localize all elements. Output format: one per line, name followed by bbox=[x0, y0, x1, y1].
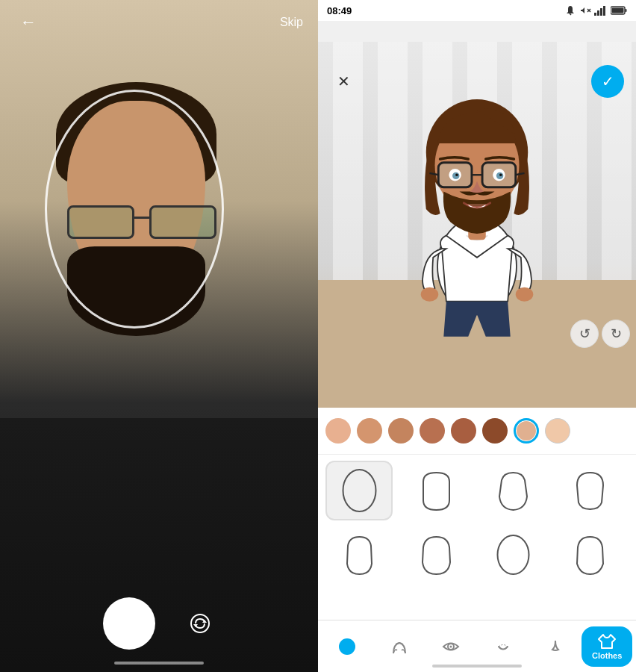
battery-icon bbox=[611, 6, 627, 15]
clothes-tab-box: Clothes bbox=[582, 626, 632, 667]
svg-point-31 bbox=[497, 535, 529, 574]
skin-tone-5[interactable] bbox=[451, 418, 476, 444]
avatar-display: ✕ ✓ ↺ ↻ bbox=[318, 42, 636, 408]
tab-hair[interactable] bbox=[373, 620, 425, 672]
status-icons bbox=[564, 4, 627, 16]
close-button[interactable]: ✕ bbox=[330, 68, 357, 95]
status-bar: 08:49 bbox=[318, 0, 636, 21]
camera-switch-icon bbox=[189, 612, 211, 635]
skip-button[interactable]: Skip bbox=[280, 16, 303, 29]
skin-tone-2[interactable] bbox=[357, 418, 382, 444]
redo-icon: ↻ bbox=[611, 326, 622, 342]
skin-tone-3[interactable] bbox=[388, 418, 414, 444]
tab-clothes[interactable]: Clothes bbox=[581, 620, 633, 672]
redo-button[interactable]: ↻ bbox=[602, 320, 630, 348]
undo-button[interactable]: ↺ bbox=[570, 320, 599, 348]
face-option-3[interactable] bbox=[479, 461, 546, 520]
face-option-4[interactable] bbox=[556, 461, 623, 520]
svg-point-30 bbox=[343, 470, 375, 511]
close-icon: ✕ bbox=[337, 72, 350, 90]
shirt-icon bbox=[597, 633, 617, 650]
svg-line-3 bbox=[570, 13, 571, 15]
nose-icon bbox=[546, 637, 565, 656]
notification-icon bbox=[564, 4, 576, 16]
customization-panel bbox=[318, 408, 636, 620]
face-option-7[interactable] bbox=[479, 525, 546, 585]
svg-point-32 bbox=[339, 638, 355, 655]
svg-point-14 bbox=[421, 287, 439, 302]
tab-face[interactable] bbox=[321, 620, 373, 672]
face-option-8[interactable] bbox=[556, 525, 623, 585]
avatar-editor-panel: 08:49 bbox=[318, 0, 636, 672]
mouth-icon bbox=[493, 637, 513, 656]
svg-rect-9 bbox=[603, 6, 605, 16]
svg-point-15 bbox=[516, 287, 534, 302]
camera-switch-button[interactable] bbox=[185, 609, 215, 638]
skin-tone-1[interactable] bbox=[325, 418, 351, 444]
svg-rect-7 bbox=[597, 10, 599, 16]
wifi-icon bbox=[594, 5, 608, 16]
svg-point-29 bbox=[499, 173, 502, 176]
face-option-2[interactable] bbox=[402, 461, 470, 520]
home-indicator-right bbox=[432, 665, 522, 668]
tab-nose[interactable] bbox=[529, 620, 582, 672]
svg-rect-8 bbox=[600, 8, 602, 16]
avatar-header: ✕ ✓ bbox=[318, 63, 636, 100]
shutter-button[interactable] bbox=[103, 597, 155, 650]
home-indicator-left bbox=[114, 662, 204, 665]
skin-tone-6[interactable] bbox=[482, 418, 508, 444]
camera-panel: ← Skip bbox=[0, 0, 318, 672]
face-option-6[interactable] bbox=[402, 525, 470, 585]
eye-tab-icon bbox=[440, 636, 461, 657]
face-tab-icon bbox=[337, 636, 358, 657]
status-time: 08:49 bbox=[327, 5, 352, 16]
undo-redo-controls: ↺ ↻ bbox=[570, 320, 630, 348]
skin-tone-7[interactable] bbox=[514, 418, 539, 444]
back-arrow-icon: ← bbox=[20, 13, 37, 32]
svg-rect-6 bbox=[594, 13, 596, 16]
face-icon bbox=[337, 637, 357, 656]
svg-point-28 bbox=[455, 173, 458, 176]
svg-rect-12 bbox=[612, 8, 624, 13]
done-button[interactable]: ✓ bbox=[591, 65, 624, 98]
face-detection-ellipse bbox=[45, 90, 224, 329]
camera-top-nav: ← Skip bbox=[0, 0, 318, 45]
svg-rect-11 bbox=[626, 9, 627, 12]
done-icon: ✓ bbox=[602, 72, 614, 90]
mouth-tab-icon bbox=[493, 636, 514, 657]
hair-tab-icon bbox=[389, 636, 410, 657]
skin-tone-4[interactable] bbox=[420, 418, 445, 444]
svg-point-34 bbox=[450, 645, 452, 647]
nose-tab-icon bbox=[545, 636, 566, 657]
face-option-5[interactable] bbox=[325, 525, 393, 585]
avatar-character bbox=[372, 64, 582, 363]
eye-icon bbox=[441, 637, 461, 656]
face-shape-grid bbox=[318, 455, 636, 591]
back-button[interactable]: ← bbox=[15, 9, 42, 36]
undo-icon: ↺ bbox=[579, 326, 590, 342]
skin-tone-8[interactable] bbox=[545, 418, 570, 444]
clothes-tab-icon bbox=[597, 633, 617, 650]
clothes-tab-label: Clothes bbox=[592, 651, 622, 660]
mute-icon bbox=[579, 4, 591, 16]
hair-icon bbox=[390, 637, 409, 656]
face-option-1[interactable] bbox=[325, 461, 393, 520]
skin-tone-row bbox=[318, 408, 636, 455]
svg-point-0 bbox=[191, 615, 209, 632]
camera-controls bbox=[0, 597, 318, 650]
